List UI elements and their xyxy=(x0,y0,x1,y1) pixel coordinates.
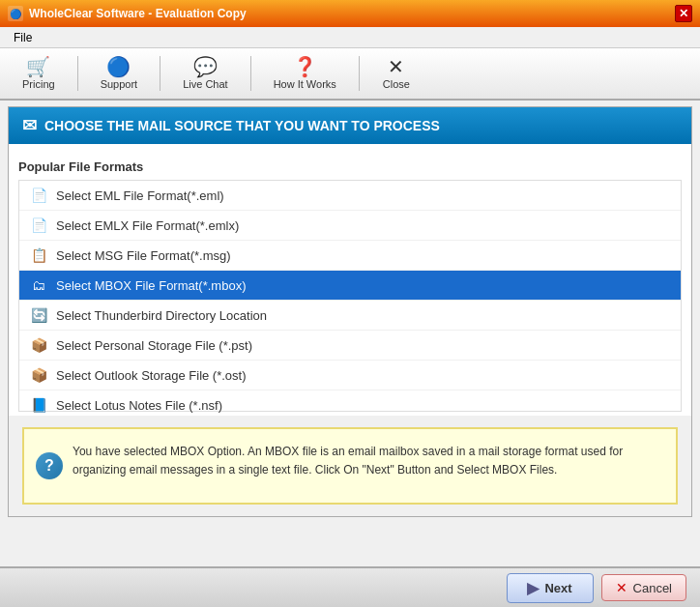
msg-icon: 📋 xyxy=(29,246,48,265)
pst-icon: 📦 xyxy=(29,335,48,355)
eml-icon: 📄 xyxy=(29,186,48,205)
format-list: 📄 Select EML File Format(*.eml) 📄 Select… xyxy=(18,180,682,412)
format-mbox[interactable]: 🗂 Select MBOX File Format(*.mbox) xyxy=(19,271,681,301)
pricing-label: Pricing xyxy=(22,78,55,90)
toolbar-close[interactable]: ✕ Close xyxy=(367,51,425,96)
toolbar-sep-3 xyxy=(250,56,251,91)
next-button[interactable]: ▶ Next xyxy=(507,573,594,603)
formats-section: Popular File Formats 📄 Select EML File F… xyxy=(9,144,691,416)
bottom-bar: ▶ Next ✕ Cancel xyxy=(0,566,700,607)
format-nsf[interactable]: 📘 Select Lotus Notes File (*.nsf) xyxy=(19,390,681,420)
main-panel: ✉ CHOOSE THE MAIL SOURCE THAT YOU WANT T… xyxy=(8,106,692,517)
howitworks-icon: ❓ xyxy=(293,57,317,76)
livechat-icon: 💬 xyxy=(193,57,218,76)
mbox-icon: 🗂 xyxy=(29,275,48,295)
toolbar-sep-2 xyxy=(160,56,160,91)
format-thunderbird[interactable]: 🔄 Select Thunderbird Directory Location xyxy=(19,301,681,331)
cancel-button[interactable]: ✕ Cancel xyxy=(601,574,686,601)
ost-icon: 📦 xyxy=(29,365,48,385)
ost-label: Select Outlook Storage File (*.ost) xyxy=(56,368,247,383)
section-title: CHOOSE THE MAIL SOURCE THAT YOU WANT TO … xyxy=(44,118,440,133)
menu-bar: File xyxy=(0,27,700,48)
emlx-label: Select EMLX File Format(*.emlx) xyxy=(56,218,239,233)
toolbar-livechat[interactable]: 💬 Live Chat xyxy=(168,51,242,96)
format-pst[interactable]: 📦 Select Personal Storage File (*.pst) xyxy=(19,331,681,361)
emlx-icon: 📄 xyxy=(29,216,48,235)
popular-formats-title: Popular File Formats xyxy=(18,159,682,174)
close-button[interactable]: ✕ xyxy=(675,5,692,22)
close-label: Close xyxy=(383,78,410,90)
toolbar-pricing[interactable]: 🛒 Pricing xyxy=(8,51,70,96)
info-icon: ? xyxy=(36,452,63,479)
eml-label: Select EML File Format(*.eml) xyxy=(56,188,224,203)
window-title: WholeClear Software - Evaluation Copy xyxy=(29,7,247,20)
mail-icon: ✉ xyxy=(22,115,37,136)
next-icon: ▶ xyxy=(527,579,539,597)
app-icon: 🔵 xyxy=(8,6,23,21)
format-msg[interactable]: 📋 Select MSG File Format(*.msg) xyxy=(19,241,681,271)
howitworks-label: How It Works xyxy=(274,78,336,90)
close-icon: ✕ xyxy=(388,57,404,76)
toolbar-support[interactable]: 🔵 Support xyxy=(86,51,153,96)
format-emlx[interactable]: 📄 Select EMLX File Format(*.emlx) xyxy=(19,211,681,241)
format-eml[interactable]: 📄 Select EML File Format(*.eml) xyxy=(19,181,681,211)
cancel-icon: ✕ xyxy=(616,580,627,595)
toolbar: 🛒 Pricing 🔵 Support 💬 Live Chat ❓ How It… xyxy=(0,48,700,101)
cancel-label: Cancel xyxy=(633,581,672,595)
toolbar-howitworks[interactable]: ❓ How It Works xyxy=(259,51,351,96)
thunderbird-icon: 🔄 xyxy=(29,305,48,325)
msg-label: Select MSG File Format(*.msg) xyxy=(56,248,231,263)
app-window: 🔵 WholeClear Software - Evaluation Copy … xyxy=(0,0,700,607)
toolbar-sep-4 xyxy=(359,56,360,91)
title-bar-left: 🔵 WholeClear Software - Evaluation Copy xyxy=(8,6,247,21)
format-ost[interactable]: 📦 Select Outlook Storage File (*.ost) xyxy=(19,361,681,390)
title-bar: 🔵 WholeClear Software - Evaluation Copy … xyxy=(0,0,700,27)
info-text: You have selected MBOX Option. An MBOX f… xyxy=(73,445,623,477)
section-header: ✉ CHOOSE THE MAIL SOURCE THAT YOU WANT T… xyxy=(9,107,691,144)
pst-label: Select Personal Storage File (*.pst) xyxy=(56,338,252,353)
support-icon: 🔵 xyxy=(106,57,131,76)
toolbar-sep-1 xyxy=(77,56,78,91)
nsf-label: Select Lotus Notes File (*.nsf) xyxy=(56,398,222,413)
mbox-label: Select MBOX File Format(*.mbox) xyxy=(56,278,247,293)
info-box: ? You have selected MBOX Option. An MBOX… xyxy=(22,427,678,505)
menu-file[interactable]: File xyxy=(8,29,38,46)
nsf-icon: 📘 xyxy=(29,395,48,415)
support-label: Support xyxy=(101,78,138,90)
thunderbird-label: Select Thunderbird Directory Location xyxy=(56,308,267,323)
pricing-icon: 🛒 xyxy=(26,57,50,76)
next-label: Next xyxy=(544,581,571,595)
livechat-label: Live Chat xyxy=(183,78,227,90)
